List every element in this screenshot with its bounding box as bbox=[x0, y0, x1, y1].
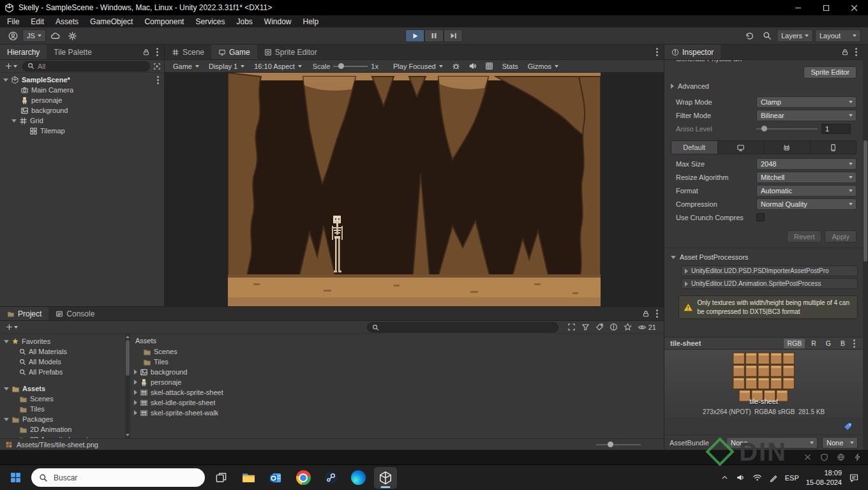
display-dropdown[interactable]: Display 1 bbox=[205, 61, 248, 72]
tree-folder-tiles[interactable]: Tiles bbox=[0, 404, 125, 414]
hierarchy-item-grid[interactable]: Grid bbox=[0, 115, 164, 126]
tray-icon[interactable] bbox=[837, 453, 845, 461]
advanced-foldout[interactable]: Advanced bbox=[664, 80, 863, 93]
scrollbar-thumb[interactable] bbox=[864, 140, 867, 262]
file-explorer-icon[interactable] bbox=[237, 467, 260, 489]
wrap-mode-dropdown[interactable]: Clamp bbox=[756, 96, 857, 108]
foldout-arrow-icon[interactable] bbox=[134, 380, 137, 385]
menu-jobs[interactable]: Jobs bbox=[230, 15, 258, 27]
assets-folder-row[interactable]: Assets bbox=[0, 383, 125, 394]
project-search-input[interactable] bbox=[367, 322, 558, 332]
scale-slider[interactable] bbox=[333, 61, 368, 71]
window-titlebar[interactable]: Skelly - SampleScene - Windows, Mac, Lin… bbox=[0, 0, 868, 15]
foldout-arrow-icon[interactable] bbox=[11, 119, 17, 122]
assetbundle-variant-dropdown[interactable]: None bbox=[822, 437, 858, 449]
postprocessor-entry[interactable]: UnityEditor.U2D.Animation.SpritePostProc… bbox=[681, 278, 858, 289]
pen-icon[interactable] bbox=[769, 473, 778, 482]
compression-dropdown[interactable]: Normal Quality bbox=[756, 198, 857, 210]
tray-icon[interactable] bbox=[853, 453, 862, 461]
step-button[interactable] bbox=[444, 29, 463, 42]
hierarchy-item-background[interactable]: background bbox=[0, 105, 164, 115]
tab-scene[interactable]: Scene bbox=[165, 45, 211, 59]
tray-icon[interactable] bbox=[804, 453, 812, 461]
favorites-item[interactable]: All Models bbox=[0, 357, 125, 367]
foldout-arrow-icon[interactable] bbox=[3, 78, 8, 82]
format-dropdown[interactable]: Automatic bbox=[756, 185, 857, 197]
platform-tab-default[interactable]: Default bbox=[671, 141, 718, 154]
kebab-menu-icon[interactable] bbox=[851, 338, 857, 349]
resize-algorithm-dropdown[interactable]: Mitchell bbox=[756, 172, 857, 183]
play-focused-dropdown[interactable]: Play Focused bbox=[389, 61, 447, 72]
favorites-row[interactable]: Favorites bbox=[0, 336, 125, 346]
menu-edit[interactable]: Edit bbox=[25, 15, 50, 27]
add-asset-button[interactable] bbox=[4, 323, 20, 331]
frame-debugger-bug-icon[interactable] bbox=[449, 62, 463, 70]
minimize-button[interactable] bbox=[784, 0, 812, 15]
tab-sprite-editor[interactable]: Sprite Editor bbox=[257, 45, 324, 59]
file-row-skel-attack[interactable]: skel-attack-sprite-sheet bbox=[130, 387, 664, 397]
foldout-arrow-icon[interactable] bbox=[134, 400, 137, 405]
hierarchy-search-input[interactable]: All bbox=[22, 61, 150, 71]
channel-g-button[interactable]: G bbox=[823, 339, 834, 348]
revert-button[interactable]: Revert bbox=[787, 230, 821, 242]
aspect-ratio-dropdown[interactable]: 16:10 Aspect bbox=[250, 61, 306, 72]
tab-project[interactable]: Project bbox=[0, 307, 49, 320]
file-row-personaje[interactable]: personaje bbox=[130, 377, 664, 387]
foldout-arrow-icon[interactable] bbox=[4, 340, 9, 343]
menu-file[interactable]: File bbox=[1, 15, 25, 27]
alert-icon[interactable] bbox=[610, 323, 618, 331]
lock-icon[interactable] bbox=[642, 310, 650, 318]
start-button[interactable] bbox=[4, 467, 27, 489]
slider-knob[interactable] bbox=[761, 126, 767, 131]
file-row-skel-walk[interactable]: skel-sprite-sheet-walk bbox=[130, 408, 664, 418]
preview-header[interactable]: tile-sheet RGB R G B bbox=[664, 337, 863, 350]
favorite-star-icon[interactable] bbox=[624, 323, 632, 331]
postprocessor-entry[interactable]: UnityEditor.U2D.PSD.PSDImporterAssetPost… bbox=[681, 265, 858, 276]
slider-knob[interactable] bbox=[338, 63, 344, 69]
slider-knob[interactable] bbox=[608, 442, 613, 447]
platform-tab-standalone[interactable] bbox=[718, 141, 765, 154]
tab-inspector[interactable]: Inspector bbox=[664, 45, 721, 59]
layers-dropdown[interactable]: Layers bbox=[777, 29, 813, 42]
file-row-skel-idle[interactable]: skel-idle-sprite-sheet bbox=[130, 397, 664, 408]
aniso-slider[interactable] bbox=[756, 124, 818, 134]
language-indicator[interactable]: ESP bbox=[785, 474, 799, 482]
steam-icon[interactable] bbox=[319, 467, 342, 489]
gizmos-dropdown[interactable]: Gizmos bbox=[524, 61, 562, 72]
volume-icon[interactable] bbox=[736, 473, 745, 482]
tab-tile-palette[interactable]: Tile Palette bbox=[47, 45, 99, 59]
cloud-icon[interactable] bbox=[48, 29, 63, 42]
outlook-icon[interactable] bbox=[264, 467, 287, 489]
tree-package[interactable]: 2D Animation bbox=[0, 424, 125, 434]
crunch-checkbox[interactable] bbox=[756, 213, 765, 221]
play-button[interactable] bbox=[405, 29, 424, 42]
channel-rgb-button[interactable]: RGB bbox=[784, 339, 805, 348]
taskbar-search[interactable]: Buscar bbox=[31, 468, 205, 487]
packages-folder-row[interactable]: Packages bbox=[0, 414, 125, 424]
hierarchy-item-main-camera[interactable]: Main Camera bbox=[0, 85, 164, 95]
apply-button[interactable]: Apply bbox=[825, 230, 857, 242]
asset-postprocessors-foldout[interactable]: Asset PostProcessors bbox=[664, 251, 863, 264]
lock-icon[interactable] bbox=[142, 48, 150, 56]
file-row-background[interactable]: background bbox=[130, 367, 664, 377]
favorites-item[interactable]: All Prefabs bbox=[0, 367, 125, 377]
lock-icon[interactable] bbox=[841, 48, 849, 56]
tray-icon[interactable] bbox=[820, 453, 828, 461]
foldout-arrow-icon[interactable] bbox=[134, 369, 137, 375]
undo-history-icon[interactable] bbox=[742, 29, 758, 42]
kebab-menu-icon[interactable] bbox=[154, 47, 160, 57]
scroll-up-arrow[interactable] bbox=[126, 336, 130, 338]
close-button[interactable] bbox=[840, 0, 868, 15]
kebab-menu-icon[interactable] bbox=[853, 47, 859, 57]
edge-icon[interactable] bbox=[347, 467, 370, 489]
tab-game[interactable]: Game bbox=[211, 45, 257, 59]
menu-gameobject[interactable]: GameObject bbox=[84, 15, 138, 27]
taskbar-clock[interactable]: 18:09 15-08-2024 bbox=[806, 468, 842, 487]
assetbundle-dropdown[interactable]: None bbox=[726, 437, 818, 449]
aniso-value-field[interactable]: 1 bbox=[821, 124, 851, 134]
file-row-tiles[interactable]: Tiles bbox=[130, 357, 664, 367]
chrome-icon[interactable] bbox=[292, 467, 315, 489]
menu-services[interactable]: Services bbox=[190, 15, 230, 27]
menu-assets[interactable]: Assets bbox=[50, 15, 84, 27]
tab-console[interactable]: Console bbox=[49, 307, 101, 320]
